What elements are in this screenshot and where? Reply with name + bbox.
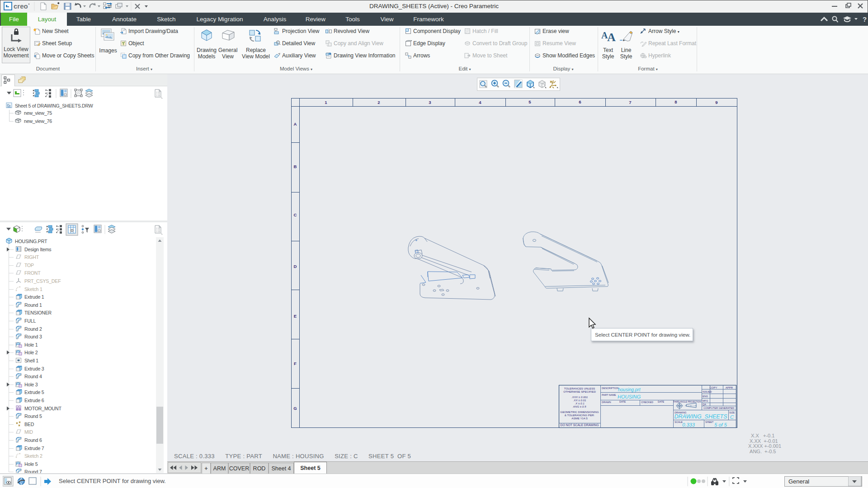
svg-text:?: ? — [863, 15, 867, 23]
svg-text:9: 9 — [715, 100, 717, 105]
svg-text:SCALE: SCALE — [675, 421, 683, 423]
svg-text:3: 3 — [429, 100, 431, 105]
svg-text:SHEET: SHEET — [705, 421, 714, 423]
svg-text:DRAWING_SHEETS: DRAWING_SHEETS — [674, 413, 727, 420]
svg-text:C: C — [294, 212, 297, 217]
svg-text:C: C — [730, 414, 734, 420]
svg-text:COMPUTER GENERATED: COMPUTER GENERATED — [703, 407, 734, 409]
svg-text:B: B — [294, 164, 297, 169]
svg-text:8: 8 — [675, 99, 677, 104]
svg-text:E: E — [294, 314, 297, 319]
svg-text:D: D — [294, 264, 297, 269]
svg-text:OTHERWISE SPECIFIED: OTHERWISE SPECIFIED — [563, 390, 596, 393]
svg-text:.X ± 0.1: .X ± 0.1 — [575, 402, 584, 405]
svg-text:DRAWN: DRAWN — [602, 401, 611, 404]
svg-text:ANG ± 0.5: ANG ± 0.5 — [573, 405, 586, 408]
svg-text:DATE: DATE — [658, 400, 665, 403]
svg-text:PART NAME: PART NAME — [602, 394, 616, 396]
svg-text:CHECKED: CHECKED — [641, 401, 653, 404]
svg-text:COPY: COPY — [709, 386, 717, 389]
svg-text:.XX ± 0.01: .XX ± 0.01 — [573, 399, 586, 402]
svg-text:ENG: ENG — [703, 395, 708, 398]
svg-text:G: G — [293, 406, 297, 411]
svg-text:1: 1 — [325, 100, 327, 105]
svg-text:0.333: 0.333 — [682, 422, 695, 427]
svg-text:6: 6 — [579, 99, 581, 104]
svg-text:housing.prt: housing.prt — [618, 387, 641, 392]
svg-text:ISSUED: ISSUED — [703, 390, 712, 393]
svg-text:A: A — [607, 31, 616, 43]
svg-text:HOUSING: HOUSING — [618, 394, 641, 399]
svg-text:DATE: DATE — [619, 400, 626, 403]
svg-text:GEOMETRIC DIMENSIONING: GEOMETRIC DIMENSIONING — [560, 410, 599, 413]
svg-text:DESCRIPTION: DESCRIPTION — [602, 387, 619, 389]
svg-text:i: i — [330, 52, 330, 55]
svg-text:5 of 5: 5 of 5 — [714, 422, 727, 427]
svg-text:MFG: MFG — [703, 399, 708, 402]
svg-text:SIZE: SIZE — [729, 411, 735, 414]
svg-text:& TOLERANCING PER:: & TOLERANCING PER: — [565, 413, 595, 417]
svg-text:5: 5 — [528, 99, 531, 104]
svg-text:APPR: APPR — [726, 386, 733, 389]
svg-text:creo: creo — [14, 2, 28, 10]
svg-text:7: 7 — [629, 100, 631, 105]
svg-text:A: A — [294, 122, 297, 127]
svg-text:QA: QA — [703, 403, 706, 406]
svg-text:4: 4 — [479, 100, 481, 105]
svg-text:.XXX ± 0.001: .XXX ± 0.001 — [571, 395, 588, 399]
svg-text:TOLERANCES UNLESS: TOLERANCES UNLESS — [564, 387, 595, 390]
svg-text:2: 2 — [377, 100, 380, 105]
svg-text:THIRD ANGLE PROJECTION: THIRD ANGLE PROJECTION — [673, 401, 701, 403]
svg-text:DO NOT SCALE DRAWING: DO NOT SCALE DRAWING — [561, 423, 599, 427]
svg-text:F: F — [294, 361, 297, 366]
svg-text:ASME Y14.5: ASME Y14.5 — [571, 417, 588, 420]
